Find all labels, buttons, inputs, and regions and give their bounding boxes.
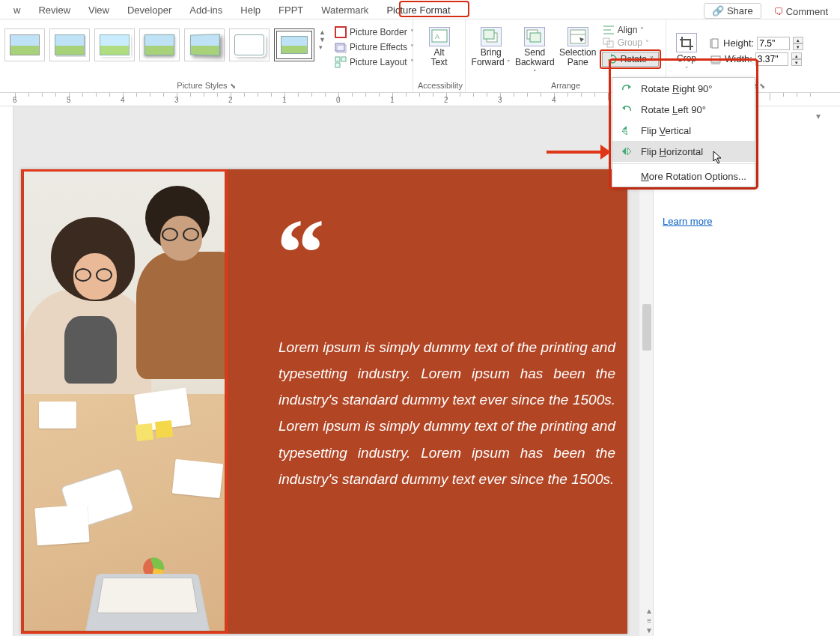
gallery-more[interactable]: ▲ ▼ ▾ (317, 22, 326, 51)
style-thumb-6[interactable] (229, 28, 270, 61)
tab-view[interactable]: View (79, 1, 118, 19)
send-backward-button[interactable]: SendBackward ˅ (514, 22, 556, 78)
picture-layout-button[interactable]: Picture Layout ˅ (333, 55, 416, 69)
group-accessibility: A AltText Accessibility (413, 19, 466, 92)
quote-body-text: Lorem ipsum is simply dummy text of the … (279, 334, 615, 492)
align-button[interactable]: Align ˅ (600, 24, 661, 36)
alt-text-icon: A (429, 27, 450, 46)
tab-addins[interactable]: Add-ins (180, 1, 231, 19)
send-backward-icon (524, 27, 545, 46)
style-thumb-3[interactable] (94, 28, 135, 61)
height-label: Height: (723, 37, 754, 49)
svg-rect-4 (341, 57, 346, 61)
slide-canvas-area[interactable]: “ Lorem ipsum is simply dummy text of th… (0, 106, 653, 636)
menu-more-rotation-options[interactable]: More Rotation Options... (612, 166, 755, 187)
style-thumb-7[interactable] (274, 28, 314, 61)
menu-rotate-right-90[interactable]: Rotate Right 90° (612, 78, 755, 99)
mouse-cursor-icon (713, 151, 723, 164)
height-icon (710, 37, 720, 49)
scroll-down-icon[interactable]: ▼ (645, 626, 653, 635)
svg-rect-9 (484, 30, 494, 39)
alt-text-button[interactable]: A AltText (418, 22, 460, 67)
panel-collapse-icon[interactable]: ▾ (816, 111, 821, 121)
picture-layout-icon (335, 56, 347, 68)
quote-mark: “ (272, 223, 312, 282)
picture-effects-icon (335, 41, 347, 53)
selection-pane-icon (567, 27, 588, 46)
group-icon (603, 37, 615, 48)
width-input[interactable] (755, 52, 788, 66)
tab-review[interactable]: Review (29, 1, 79, 19)
svg-marker-30 (627, 148, 631, 155)
style-thumb-4[interactable] (139, 28, 180, 61)
svg-marker-28 (622, 131, 627, 135)
svg-marker-20 (611, 54, 614, 57)
share-icon: 🔗 (712, 5, 724, 16)
svg-rect-5 (335, 63, 340, 67)
svg-marker-31 (713, 151, 721, 163)
style-thumb-5[interactable] (184, 28, 225, 61)
tab-developer[interactable]: Developer (118, 1, 180, 19)
learn-more-link[interactable]: Learn more (663, 216, 712, 227)
height-input[interactable] (757, 37, 790, 50)
tab-watermark[interactable]: Watermark (312, 1, 377, 19)
group-label-access: Accessibility (418, 79, 460, 91)
style-thumb-2[interactable] (49, 28, 90, 61)
group-picture-styles: ▲ ▼ ▾ Picture Border ˅ Picture Effects ˅… (0, 19, 413, 92)
align-icon (603, 25, 615, 35)
crop-icon (676, 33, 697, 52)
style-thumb-1[interactable] (4, 28, 45, 61)
rotate-left-icon (620, 103, 633, 115)
flip-horizontal-icon (620, 145, 633, 157)
svg-marker-25 (628, 85, 631, 89)
scroll-up-icon[interactable]: ▲ (645, 607, 653, 615)
picture-border-icon (335, 26, 347, 38)
annotation-highlight-tab (399, 1, 469, 17)
width-spinner[interactable]: ▴▾ (791, 52, 802, 66)
slide[interactable]: “ Lorem ipsum is simply dummy text of th… (21, 169, 627, 634)
vertical-ruler (0, 106, 13, 636)
rotate-dropdown-menu: Rotate Right 90° Rotate Left 90° Flip Ve… (612, 77, 755, 187)
svg-marker-29 (622, 148, 626, 155)
tab-fppt[interactable]: FPPT (270, 1, 312, 19)
svg-rect-21 (712, 39, 718, 48)
height-spinner[interactable]: ▴▾ (793, 37, 803, 50)
svg-marker-26 (622, 106, 625, 110)
annotation-highlight-image (21, 169, 228, 634)
group-button: Group ˅ (600, 37, 661, 49)
group-label-styles: Picture Styles ⬊ (4, 79, 408, 91)
comment-icon: 🗨 (773, 6, 783, 17)
menu-flip-vertical[interactable]: Flip Vertical (612, 120, 755, 141)
menu-rotate-left-90[interactable]: Rotate Left 90° (612, 99, 755, 120)
share-button[interactable]: 🔗 Share (704, 3, 761, 19)
svg-rect-12 (570, 30, 585, 43)
svg-rect-11 (530, 33, 541, 42)
comment-button[interactable]: 🗨 Comment (766, 4, 836, 19)
tab-help[interactable]: Help (231, 1, 270, 19)
picture-border-button[interactable]: Picture Border ˅ (333, 25, 416, 39)
bring-forward-icon (481, 27, 502, 46)
scrollbar-thumb[interactable] (642, 304, 651, 351)
picture-effects-button[interactable]: Picture Effects ˅ (333, 40, 416, 54)
tab-cutoff[interactable]: w (4, 1, 29, 19)
svg-rect-3 (335, 57, 340, 61)
bring-forward-button[interactable]: BringForward ˅ (470, 22, 512, 67)
picture-styles-gallery[interactable] (4, 22, 314, 61)
flip-vertical-icon (620, 124, 633, 136)
svg-marker-27 (622, 126, 627, 130)
svg-rect-0 (335, 27, 346, 37)
menu-flip-horizontal[interactable]: Flip Horizontal (612, 141, 755, 162)
rotate-right-icon (620, 82, 633, 94)
svg-text:A: A (435, 33, 439, 40)
selection-pane-button[interactable]: SelectionPane (558, 22, 598, 67)
